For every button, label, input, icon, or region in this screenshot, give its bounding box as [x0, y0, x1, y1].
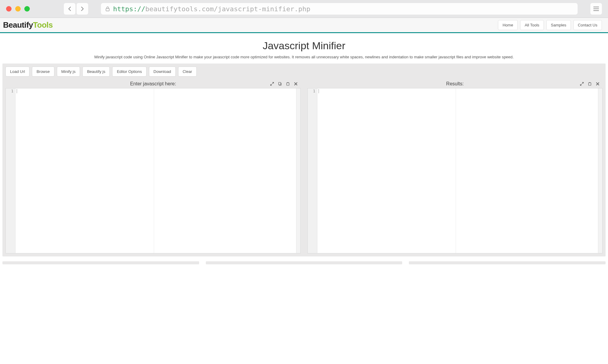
nav-samples[interactable]: Samples — [546, 20, 571, 30]
download-button[interactable]: Download — [149, 67, 176, 77]
ad-placeholder — [206, 261, 402, 264]
cursor — [17, 89, 17, 93]
hamburger-icon — [593, 7, 599, 11]
close-window-button[interactable] — [6, 6, 12, 12]
input-panel-label: Enter javascript here: — [5, 81, 301, 87]
url-bar[interactable]: https://beautifytools.com/javascript-min… — [101, 3, 578, 15]
line-number: 1 — [308, 89, 315, 93]
title-section: Javascript Minifier Minify javascript co… — [0, 33, 608, 64]
browser-chrome: https://beautifytools.com/javascript-min… — [0, 0, 608, 18]
nav-contact-us[interactable]: Contact Us — [573, 20, 602, 30]
nav-all-tools[interactable]: All Tools — [520, 20, 544, 30]
expand-icon[interactable] — [578, 81, 586, 87]
beautify-js-button[interactable]: Beautify js — [82, 67, 110, 77]
minify-js-button[interactable]: Minify js — [57, 67, 80, 77]
tool-area: Load Url Browse Minify js Beautify js Ed… — [2, 64, 606, 256]
site-nav: Home All Tools Samples Contact Us — [498, 20, 605, 30]
input-panel-icons — [268, 81, 299, 87]
site-logo[interactable]: BeautifyTools — [3, 20, 53, 30]
minimize-window-button[interactable] — [15, 6, 21, 12]
svg-rect-3 — [287, 83, 289, 85]
line-number: 1 — [6, 89, 13, 93]
window-controls — [6, 6, 30, 12]
page-description: Minify javascript code using Online Java… — [6, 55, 602, 59]
editor-panels: Enter javascript here: — [5, 80, 603, 253]
bottom-ad-strips — [0, 256, 608, 264]
expand-icon[interactable] — [268, 81, 276, 87]
input-panel: Enter javascript here: — [5, 80, 301, 253]
ad-placeholder — [409, 261, 606, 264]
svg-rect-4 — [287, 82, 288, 83]
svg-rect-6 — [589, 82, 590, 83]
close-icon[interactable] — [292, 81, 299, 87]
output-panel: Results: 1 — [307, 80, 603, 253]
clear-button[interactable]: Clear — [178, 67, 197, 77]
svg-rect-5 — [589, 83, 591, 85]
nav-buttons — [64, 3, 88, 15]
menu-button[interactable] — [590, 3, 602, 15]
svg-rect-0 — [106, 9, 109, 11]
ad-placeholder — [2, 261, 199, 264]
input-gutter: 1 — [6, 88, 16, 253]
editor-options-button[interactable]: Editor Options — [112, 67, 146, 77]
output-gutter: 1 — [308, 88, 317, 253]
print-margin — [456, 88, 456, 253]
close-icon[interactable] — [594, 81, 601, 87]
maximize-window-button[interactable] — [24, 6, 30, 12]
scrollbar[interactable] — [598, 88, 602, 253]
output-panel-icons — [578, 81, 601, 87]
toolbar: Load Url Browse Minify js Beautify js Ed… — [5, 67, 603, 77]
paste-icon[interactable] — [586, 81, 593, 87]
output-editor-body[interactable] — [317, 88, 598, 253]
back-button[interactable] — [64, 3, 75, 15]
forward-button[interactable] — [77, 3, 88, 15]
load-url-button[interactable]: Load Url — [5, 67, 29, 77]
nav-home[interactable]: Home — [498, 20, 518, 30]
url-text: https://beautifytools.com/javascript-min… — [113, 5, 310, 13]
browse-button[interactable]: Browse — [32, 67, 54, 77]
scrollbar[interactable] — [296, 88, 300, 253]
paste-icon[interactable] — [284, 81, 292, 87]
output-panel-label: Results: — [307, 81, 603, 87]
input-editor-body[interactable] — [16, 88, 296, 253]
output-editor[interactable]: 1 — [307, 88, 603, 253]
cursor — [319, 89, 319, 93]
input-editor[interactable]: 1 — [5, 88, 301, 253]
site-header: BeautifyTools Home All Tools Samples Con… — [0, 18, 608, 33]
lock-icon — [105, 6, 110, 12]
copy-icon[interactable] — [276, 81, 284, 87]
svg-rect-2 — [279, 82, 281, 85]
print-margin — [154, 88, 154, 253]
page-title: Javascript Minifier — [6, 40, 602, 52]
